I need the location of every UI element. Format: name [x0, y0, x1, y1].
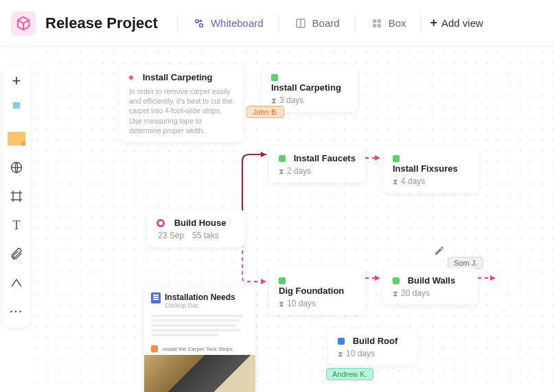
tool-frame[interactable] [8, 187, 25, 205]
tab-label: Whiteboard [211, 17, 264, 29]
divider [355, 15, 356, 32]
card-description: In order to remove carpet easily and eff… [129, 87, 233, 135]
logo [11, 11, 36, 36]
doc-title: Installation Needs [165, 292, 235, 302]
tool-add[interactable]: + [8, 72, 25, 90]
svg-rect-7 [373, 23, 376, 27]
card-title: Build House [174, 218, 227, 228]
status-dot [271, 74, 278, 81]
card-duration: 10 days [287, 299, 316, 308]
card-title: Build Walls [408, 275, 456, 286]
status-dot [393, 155, 400, 162]
svg-marker-10 [261, 279, 266, 284]
card-title: Install Carpeting [271, 82, 341, 93]
divider [279, 15, 279, 32]
card-date: 23 Sep [158, 231, 184, 240]
tab-whiteboard[interactable]: Whiteboard [186, 13, 270, 34]
collaborator-cursor-john: John B. [246, 106, 284, 118]
card-duration: 3 days [279, 95, 303, 105]
pencil-icon [434, 245, 445, 256]
card-title: Install Fixsures [393, 163, 458, 174]
tab-label: Board [312, 17, 340, 29]
card-duration: 10 days [346, 349, 375, 358]
doc-card-installation[interactable]: Installation Needs ClickUp Doc Install t… [144, 287, 255, 392]
whiteboard-canvas[interactable]: Install Carpeting In order to remove car… [33, 48, 554, 392]
doc-image-preview [144, 355, 255, 392]
tool-highlighter[interactable] [8, 101, 25, 119]
list-bullet-icon [151, 345, 158, 352]
tool-more[interactable]: ··· [8, 303, 25, 321]
tab-box[interactable]: Box [364, 13, 413, 34]
svg-point-1 [196, 19, 199, 23]
status-dot [279, 155, 286, 162]
tab-label: Box [389, 17, 406, 29]
card-title: Dig Foundation [279, 286, 344, 296]
divider [421, 15, 422, 32]
card-title: Build Roof [353, 336, 398, 346]
add-view-button[interactable]: + Add view [430, 16, 483, 30]
card-duration: 4 days [401, 176, 425, 186]
hourglass-icon: ⧗ [393, 289, 398, 298]
hourglass-icon: ⧗ [279, 299, 284, 308]
status-dot [338, 338, 345, 345]
left-toolbar: + T ··· [3, 65, 30, 327]
page-title: Release Project [45, 14, 158, 32]
plus-icon: + [430, 16, 437, 30]
svg-marker-9 [261, 152, 266, 157]
tool-connector[interactable] [8, 274, 25, 292]
card-foundation[interactable]: Dig Foundation ⧗10 days [269, 268, 365, 315]
hourglass-icon: ⧗ [338, 349, 343, 358]
card-house[interactable]: Build House 23 Sep 55 taks [147, 210, 246, 247]
svg-rect-2 [200, 23, 203, 27]
status-dot [279, 277, 286, 284]
card-title: Install Faucets [294, 153, 356, 163]
tool-text[interactable]: T [8, 216, 25, 234]
hourglass-icon: ⧗ [271, 96, 277, 105]
card-duration: 2 days [287, 166, 311, 176]
card-duration: 20 days [401, 288, 430, 298]
hourglass-icon: ⧗ [393, 177, 398, 186]
card-faucets[interactable]: Install Faucets ⧗2 days [269, 146, 365, 183]
hourglass-icon: ⧗ [279, 167, 284, 176]
svg-marker-11 [375, 155, 380, 161]
card-carpeting-note[interactable]: Install Carpeting In order to remove car… [119, 65, 243, 142]
ring-icon [157, 219, 165, 227]
tool-globe[interactable] [8, 159, 25, 176]
tool-sticky-note[interactable] [8, 130, 25, 148]
add-view-label: Add view [441, 17, 483, 29]
svg-marker-12 [375, 275, 380, 281]
divider [177, 15, 178, 32]
card-task-count: 55 taks [192, 231, 219, 240]
svg-rect-8 [377, 23, 380, 27]
card-walls[interactable]: Build Walls ⧗20 days [383, 268, 478, 305]
doc-strip-label: Install the Carpet Tack Strips [163, 346, 233, 352]
card-fixtures[interactable]: Install Fixsures ⧗4 days [383, 146, 479, 193]
tool-attach[interactable] [8, 245, 25, 263]
doc-subtitle: ClickUp Doc [165, 302, 235, 309]
card-title: Install Carpeting [143, 72, 213, 82]
collaborator-cursor-andrew: Andrew K. [326, 368, 373, 380]
tab-board[interactable]: Board [288, 13, 347, 34]
doc-body-preview [144, 314, 255, 343]
status-dot [393, 277, 400, 284]
svg-rect-5 [373, 19, 376, 23]
svg-marker-13 [490, 275, 496, 281]
doc-icon [151, 292, 161, 303]
card-roof[interactable]: Build Roof ⧗10 days [328, 328, 417, 365]
svg-rect-6 [377, 19, 380, 23]
bullet-icon [129, 76, 133, 80]
card-carpeting-task[interactable]: Install Carpeting ⧗3 days [262, 65, 358, 112]
